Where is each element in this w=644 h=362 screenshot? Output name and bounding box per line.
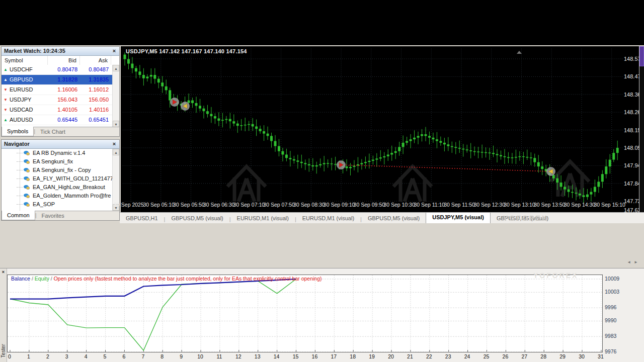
table-row[interactable]: ▲GBPUSD1.318281.31835 bbox=[2, 75, 113, 85]
bid-value: 1.31828 bbox=[48, 75, 80, 84]
time-tick-label: 30 Sep 15:10 bbox=[594, 202, 625, 208]
equity-line bbox=[10, 279, 296, 350]
candle bbox=[492, 153, 495, 154]
tab-tick-chart[interactable]: Tick Chart bbox=[35, 127, 70, 136]
chart-scrollbar[interactable] bbox=[639, 46, 644, 212]
tab-scroll-arrows[interactable]: ◄► bbox=[627, 260, 641, 264]
market-watch-titlebar[interactable]: Market Watch: 10:24:35 × bbox=[2, 47, 119, 56]
candle bbox=[221, 120, 224, 121]
close-icon[interactable]: × bbox=[1, 269, 6, 275]
table-row[interactable]: ▼USDJPY156.043156.050 bbox=[2, 95, 113, 105]
tester-x-tick-label: 11 bbox=[216, 353, 222, 359]
candle bbox=[210, 114, 212, 116]
market-watch-header: Symbol Bid Ask bbox=[2, 56, 119, 66]
expert-advisor-icon bbox=[24, 150, 30, 156]
chart-tab[interactable]: GBPUSD,M5 (visual) bbox=[362, 214, 426, 223]
candle bbox=[202, 109, 205, 111]
candle bbox=[225, 119, 227, 120]
tester-x-tick-label: 7 bbox=[141, 353, 144, 359]
navigator-ea-item[interactable]: EA_GAN_HighLow_Breakout bbox=[2, 183, 113, 192]
candle bbox=[477, 151, 479, 152]
expert-advisor-icon bbox=[24, 202, 30, 207]
scroll-to-end-icon bbox=[517, 51, 522, 54]
expert-advisor-icon bbox=[24, 193, 30, 199]
balance-line bbox=[10, 279, 296, 299]
balance-equity-chart[interactable] bbox=[7, 275, 603, 352]
time-tick-label: 30 Sep 13:50 bbox=[534, 202, 565, 208]
symbol-name: AUDUSD bbox=[10, 115, 33, 125]
close-icon[interactable]: × bbox=[111, 140, 117, 148]
bid-value: 0.80478 bbox=[48, 65, 80, 74]
tester-x-tick-label: 17 bbox=[331, 353, 337, 359]
candle bbox=[375, 158, 378, 159]
navigator-ea-item[interactable]: EA_SOP bbox=[2, 200, 113, 209]
table-row[interactable]: ▲AUDUSD0.654450.65451 bbox=[2, 115, 113, 125]
candle bbox=[311, 165, 314, 166]
market-watch-tabs: Symbols|Tick Chart bbox=[2, 127, 119, 136]
navigator-ea-item[interactable]: EA_FLY_WITH_GOLD_1121477 bbox=[2, 174, 113, 183]
scroll-up-icon[interactable]: ▲ bbox=[113, 149, 119, 155]
close-icon[interactable]: × bbox=[111, 47, 117, 55]
table-row[interactable]: ▲USDCHF0.804780.80487 bbox=[2, 65, 113, 75]
ea-name: EA_FLY_WITH_GOLD_1121477 bbox=[33, 174, 113, 183]
candle bbox=[278, 146, 280, 151]
candle bbox=[353, 165, 355, 167]
market-watch-scrollbar[interactable]: ▲ ▼ bbox=[112, 65, 119, 127]
tester-x-tick-label: 6 bbox=[122, 353, 125, 359]
column-symbol[interactable]: Symbol bbox=[2, 56, 48, 65]
table-row[interactable]: ▼EURUSD1.160061.16012 bbox=[2, 85, 113, 95]
candle bbox=[568, 190, 570, 192]
candle bbox=[379, 157, 382, 158]
tester-x-tick-label: 8 bbox=[160, 353, 164, 359]
tab-symbols[interactable]: Symbols bbox=[2, 127, 34, 136]
ea-name: EA_Golden_Mammoth Pro@fre bbox=[33, 192, 111, 200]
ea-name: EA Sengkuni_fix bbox=[33, 157, 73, 166]
navigator-tree: EA RB Dynamic v.1.4EA Sengkuni_fixEA Sen… bbox=[2, 149, 113, 211]
chart-tab[interactable]: EURUSD,M1 (visual) bbox=[231, 214, 295, 223]
scroll-up-icon[interactable]: ▲ bbox=[113, 65, 119, 71]
symbol-name: GBPUSD bbox=[10, 75, 33, 84]
tree-stub bbox=[17, 178, 23, 179]
chart-tab[interactable]: GBPUSD,M5 (visual) bbox=[165, 214, 229, 223]
tester-y-tick-label: 9976 bbox=[605, 348, 616, 354]
chart-tab-active[interactable]: USDJPY,M5 (visual) bbox=[426, 212, 491, 223]
symbol-name: USDCAD bbox=[10, 105, 33, 115]
tester-panel-label[interactable]: Tester bbox=[1, 338, 6, 358]
letterbox-top bbox=[0, 0, 644, 45]
candle bbox=[586, 195, 589, 197]
navigator-titlebar[interactable]: Navigator × bbox=[2, 140, 119, 149]
navigator-ea-item[interactable]: EA Sengkuni_fix - Copy bbox=[2, 166, 113, 174]
chart-tab[interactable]: EURUSD,M1 (visual) bbox=[296, 214, 360, 223]
watermark-logo bbox=[227, 166, 266, 202]
tab-favorites[interactable]: Favorites bbox=[36, 211, 69, 220]
chart-tab[interactable]: GBPUSD,H1 bbox=[120, 214, 164, 223]
legend-note: Open prices only (fastest method to anal… bbox=[54, 276, 322, 282]
navigator-ea-item[interactable]: EA_Golden_Mammoth Pro@fre bbox=[2, 192, 113, 200]
column-bid[interactable]: Bid bbox=[48, 56, 80, 65]
ea-name: EA Sengkuni_fix - Copy bbox=[33, 166, 91, 174]
candle bbox=[564, 187, 566, 190]
candle bbox=[526, 157, 528, 158]
tab-common[interactable]: Common bbox=[2, 211, 35, 220]
ask-value: 1.16012 bbox=[80, 85, 111, 95]
candle bbox=[327, 163, 329, 164]
navigator-ea-item[interactable]: EA Sengkuni_fix bbox=[2, 157, 113, 166]
navigator-ea-item[interactable]: EA RB Dynamic v.1.4 bbox=[2, 149, 113, 157]
candle bbox=[406, 141, 408, 143]
column-ask[interactable]: Ask bbox=[80, 56, 111, 65]
candle bbox=[214, 116, 216, 118]
candlestick-chart[interactable] bbox=[123, 49, 623, 203]
candle bbox=[394, 151, 397, 153]
candle bbox=[398, 147, 400, 151]
scrollbar-thumb[interactable] bbox=[639, 46, 644, 66]
tester-x-tick-label: 30 bbox=[579, 353, 585, 359]
candle bbox=[191, 101, 194, 103]
symbol-name: USDCHF bbox=[10, 65, 33, 74]
tester-x-tick-label: 18 bbox=[350, 353, 356, 359]
market-watch-panel: Market Watch: 10:24:35 × Symbol Bid Ask … bbox=[1, 46, 120, 137]
candle bbox=[518, 156, 521, 157]
candle bbox=[206, 111, 209, 114]
ea-name: EA_SOP bbox=[33, 200, 55, 209]
table-row[interactable]: ▼USDCAD1.401051.40116 bbox=[2, 105, 113, 115]
tick-down-icon: ▼ bbox=[4, 105, 8, 115]
